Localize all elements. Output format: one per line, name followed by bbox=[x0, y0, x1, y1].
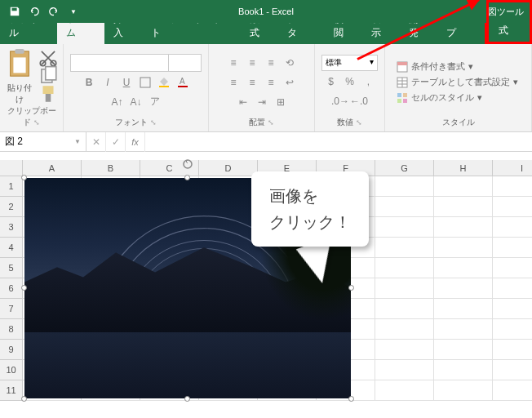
cell[interactable] bbox=[434, 360, 493, 380]
cell[interactable] bbox=[375, 258, 434, 278]
resize-handle[interactable] bbox=[21, 285, 27, 291]
cell[interactable] bbox=[375, 380, 434, 401]
align-left-icon[interactable]: ≡ bbox=[224, 73, 242, 91]
rotate-handle-icon[interactable] bbox=[182, 158, 193, 170]
row-header[interactable]: 1 bbox=[0, 176, 23, 197]
comma-format-icon[interactable]: , bbox=[360, 73, 378, 91]
redo-icon[interactable] bbox=[46, 3, 62, 20]
dialog-launcher-icon[interactable]: ⤡ bbox=[356, 118, 362, 127]
cell[interactable] bbox=[375, 238, 434, 258]
paste-button[interactable]: 貼り付け bbox=[5, 48, 34, 105]
cell[interactable] bbox=[434, 340, 493, 360]
row-header[interactable]: 6 bbox=[0, 278, 23, 299]
row-header[interactable]: 3 bbox=[0, 217, 23, 238]
cell[interactable] bbox=[434, 380, 493, 401]
dialog-launcher-icon[interactable]: ⤡ bbox=[268, 118, 274, 127]
cell[interactable] bbox=[493, 176, 532, 197]
save-icon[interactable] bbox=[7, 3, 23, 20]
format-painter-icon[interactable] bbox=[38, 86, 59, 102]
cell[interactable] bbox=[375, 340, 434, 360]
row-header[interactable]: 11 bbox=[0, 380, 23, 401]
row-header[interactable]: 4 bbox=[0, 238, 23, 258]
increase-decimal-icon[interactable]: .0→ bbox=[331, 92, 349, 110]
undo-icon[interactable] bbox=[26, 3, 42, 20]
align-center-icon[interactable]: ≡ bbox=[243, 73, 261, 91]
cell[interactable] bbox=[434, 319, 493, 340]
row-header[interactable]: 7 bbox=[0, 299, 23, 319]
qat-dropdown-icon[interactable]: ▼ bbox=[65, 3, 82, 20]
cell[interactable] bbox=[375, 299, 434, 319]
align-middle-icon[interactable]: ≡ bbox=[243, 54, 261, 72]
column-header[interactable]: B bbox=[82, 160, 140, 176]
cell[interactable] bbox=[375, 319, 434, 340]
cancel-formula-icon[interactable]: ✕ bbox=[86, 132, 106, 152]
resize-handle[interactable] bbox=[184, 175, 190, 180]
chevron-down-icon[interactable]: ▼ bbox=[74, 138, 81, 145]
decrease-font-icon[interactable]: A↓ bbox=[127, 93, 145, 111]
number-format-dropdown[interactable]: 標準▾ bbox=[321, 55, 378, 71]
cell[interactable] bbox=[434, 197, 493, 217]
percent-format-icon[interactable]: % bbox=[341, 73, 359, 91]
resize-handle[interactable] bbox=[21, 175, 27, 180]
cell[interactable] bbox=[434, 258, 493, 278]
row-header[interactable]: 9 bbox=[0, 340, 23, 360]
row-header[interactable]: 8 bbox=[0, 319, 23, 340]
cell[interactable] bbox=[434, 299, 493, 319]
accounting-format-icon[interactable]: $ bbox=[322, 73, 340, 91]
increase-font-icon[interactable]: A↑ bbox=[109, 93, 126, 111]
decrease-decimal-icon[interactable]: ←.0 bbox=[350, 92, 368, 110]
row-header[interactable]: 5 bbox=[0, 258, 23, 278]
column-header[interactable]: G bbox=[375, 160, 434, 176]
merge-cells-icon[interactable]: ⊞ bbox=[272, 93, 290, 111]
resize-handle[interactable] bbox=[348, 285, 354, 291]
align-top-icon[interactable]: ≡ bbox=[224, 54, 242, 72]
insert-function-icon[interactable]: fx bbox=[126, 132, 145, 152]
column-header[interactable]: A bbox=[23, 160, 82, 176]
font-name-dropdown[interactable] bbox=[71, 55, 168, 71]
cell[interactable] bbox=[375, 217, 434, 238]
row-header[interactable]: 2 bbox=[0, 197, 23, 217]
font-size-dropdown[interactable] bbox=[168, 55, 201, 71]
italic-button[interactable]: I bbox=[99, 73, 117, 91]
resize-handle[interactable] bbox=[21, 396, 27, 402]
cell[interactable] bbox=[434, 278, 493, 299]
cut-icon[interactable] bbox=[38, 50, 59, 66]
copy-icon[interactable] bbox=[38, 68, 59, 84]
cell[interactable] bbox=[493, 319, 532, 340]
cell[interactable] bbox=[375, 176, 434, 197]
orientation-icon[interactable]: ⟲ bbox=[281, 54, 299, 72]
fill-color-button[interactable] bbox=[155, 73, 173, 91]
cell[interactable] bbox=[493, 258, 532, 278]
dialog-launcher-icon[interactable]: ⤡ bbox=[33, 118, 40, 127]
cell[interactable] bbox=[375, 360, 434, 380]
column-header[interactable]: I bbox=[493, 160, 532, 176]
increase-indent-icon[interactable]: ⇥ bbox=[253, 93, 271, 111]
cell[interactable] bbox=[493, 340, 532, 360]
phonetic-button[interactable]: ア bbox=[146, 93, 164, 111]
cell[interactable] bbox=[434, 217, 493, 238]
cell[interactable] bbox=[493, 380, 532, 401]
cell[interactable] bbox=[493, 299, 532, 319]
align-bottom-icon[interactable]: ≡ bbox=[262, 54, 280, 72]
cell[interactable] bbox=[375, 278, 434, 299]
cell[interactable] bbox=[493, 360, 532, 380]
bold-button[interactable]: B bbox=[80, 73, 98, 91]
resize-handle[interactable] bbox=[184, 396, 190, 402]
align-right-icon[interactable]: ≡ bbox=[262, 73, 280, 91]
underline-button[interactable]: U bbox=[117, 73, 135, 91]
cell[interactable] bbox=[493, 278, 532, 299]
column-header[interactable]: H bbox=[434, 160, 493, 176]
wrap-text-icon[interactable]: ↩ bbox=[281, 73, 299, 91]
decrease-indent-icon[interactable]: ⇤ bbox=[234, 93, 252, 111]
border-button[interactable] bbox=[136, 73, 154, 91]
conditional-formatting-button[interactable]: 条件付き書式 ▾ bbox=[397, 60, 473, 73]
row-header[interactable]: 10 bbox=[0, 360, 23, 380]
select-all-corner[interactable] bbox=[0, 160, 23, 176]
cell[interactable] bbox=[375, 197, 434, 217]
cell[interactable] bbox=[493, 217, 532, 238]
cell[interactable] bbox=[434, 238, 493, 258]
font-color-button[interactable]: A bbox=[174, 73, 192, 91]
enter-formula-icon[interactable]: ✓ bbox=[106, 132, 126, 152]
name-box[interactable]: 図 2▼ bbox=[0, 132, 86, 151]
cell[interactable] bbox=[493, 197, 532, 217]
